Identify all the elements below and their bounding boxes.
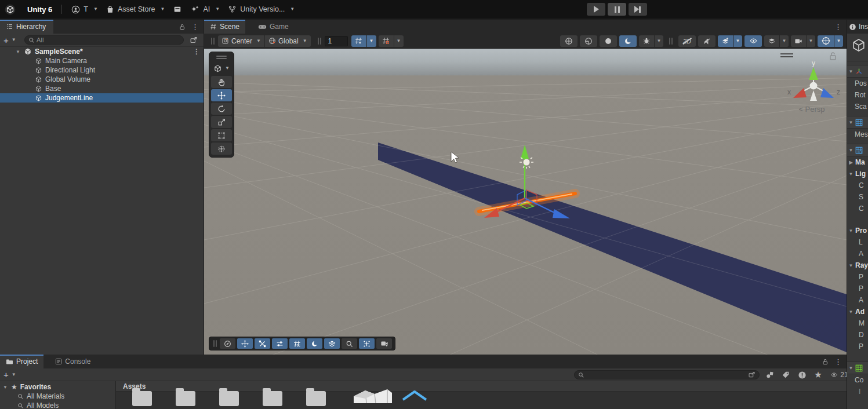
foldout-lighting[interactable]: ▼Lig (847, 168, 868, 180)
asset-store-menu[interactable]: Asset Store▼ (106, 5, 165, 14)
pause-button[interactable] (608, 3, 626, 16)
foldout-probes[interactable]: ▼Pro (847, 225, 868, 236)
axis-x-cone[interactable] (793, 88, 807, 98)
tool-handle-position-dropdown[interactable]: Center▼ (218, 35, 264, 47)
asset-folder[interactable] (306, 391, 326, 406)
view-tool-button[interactable] (211, 76, 232, 88)
toolbar-drag-handle[interactable] (211, 38, 215, 45)
search-by-label-button[interactable] (779, 370, 792, 380)
projection-label[interactable]: < Persp (784, 105, 840, 114)
grid-snapping-toggle[interactable] (351, 35, 366, 47)
panel-menu-icon[interactable]: ⋮ (834, 23, 842, 31)
camera-overlay-button[interactable] (376, 338, 392, 349)
foldout-arrow[interactable]: ▼ (848, 69, 854, 74)
hierarchy-item-base[interactable]: Base (0, 84, 204, 93)
layers-button[interactable] (764, 35, 779, 47)
lighting-toggle[interactable] (600, 35, 617, 47)
hierarchy-item-judgementline[interactable]: JudgementLine (0, 93, 204, 103)
asset-folder[interactable] (176, 391, 195, 406)
favorites-all-materials[interactable]: All Materials (0, 392, 115, 401)
foldout-materials[interactable]: ▶Ma (847, 156, 868, 168)
gizmo-overlay-handle[interactable] (780, 53, 793, 57)
foldout-arrow[interactable]: ▼ (848, 148, 854, 153)
axis-y-cone[interactable] (809, 67, 818, 80)
hierarchy-item-main-camera[interactable]: Main Camera (0, 56, 204, 65)
scene-visibility-toggle[interactable] (744, 35, 762, 47)
tab-hierarchy[interactable]: Hierarchy (0, 20, 53, 34)
draw-mode-button[interactable] (560, 35, 578, 47)
grid-overlay-button[interactable] (289, 338, 305, 349)
hierarchy-item-global-volume[interactable]: Global Volume (0, 75, 204, 84)
picker-button[interactable] (187, 35, 200, 45)
snap-increment-button[interactable] (379, 35, 394, 47)
picker-icon[interactable] (748, 371, 756, 378)
audio-mute-toggle[interactable] (698, 35, 716, 47)
asset-folder[interactable] (219, 391, 239, 406)
tab-console[interactable]: Console (49, 355, 96, 368)
tab-inspector[interactable]: Ins (847, 20, 868, 34)
effects-button[interactable] (639, 35, 654, 47)
mesh-renderer-component-header[interactable]: ▼ (847, 144, 868, 156)
collider-component-header[interactable]: ▼ (847, 361, 868, 374)
move-overlay-button[interactable] (237, 338, 253, 349)
camera-settings-button[interactable] (791, 35, 806, 47)
downloads-tray-button[interactable] (173, 5, 182, 13)
asset-prefab-thumbnail[interactable] (401, 389, 428, 402)
foldout-ray-tracing[interactable]: ▼Ray (847, 260, 868, 271)
light-gizmo-icon[interactable] (520, 158, 533, 169)
lock-icon[interactable] (822, 358, 829, 366)
gizmos-navigation-button[interactable] (818, 35, 834, 47)
hierarchy-item-directional-light[interactable]: Directional Light (0, 65, 204, 75)
toolbar-drag-handle[interactable] (318, 38, 321, 45)
ai-menu[interactable]: AI▼ (190, 5, 220, 14)
panel-menu-icon[interactable]: ⋮ (834, 357, 842, 366)
snap-increment-dropdown[interactable]: ▼ (394, 35, 404, 47)
camera-settings-dropdown[interactable]: ▼ (807, 35, 815, 47)
asset-model-thumbnail[interactable] (353, 388, 393, 403)
particles-overlay-button[interactable] (324, 338, 340, 349)
sliders-overlay-button[interactable] (272, 338, 288, 349)
foldout-arrow[interactable]: ▼ (15, 49, 21, 54)
lock-icon[interactable] (179, 23, 186, 31)
crescent-overlay-button[interactable] (307, 338, 322, 349)
overlay-drag-handle[interactable] (213, 340, 217, 347)
scale-tool-button[interactable] (211, 116, 232, 128)
grid-size-field[interactable] (325, 36, 348, 46)
constraint-overlay-button[interactable] (255, 338, 270, 349)
favorites-all-models[interactable]: All Models (0, 401, 115, 409)
tab-game[interactable]: Game (252, 20, 295, 34)
gizmo-lock-icon[interactable] (830, 53, 836, 60)
panel-menu-icon[interactable]: ⋮ (191, 23, 199, 31)
hierarchy-search-input[interactable] (37, 36, 180, 43)
base-strip-object[interactable] (378, 143, 847, 352)
overlay-drag-handle[interactable] (216, 55, 227, 60)
foldout-additional-settings[interactable]: ▼Ad (847, 306, 868, 317)
create-asset-button[interactable]: +▼ (3, 370, 16, 379)
play-button[interactable] (587, 3, 605, 16)
create-object-button[interactable]: +▼ (3, 35, 16, 45)
effects-dropdown[interactable]: ▼ (655, 35, 663, 47)
orientation-overlay-button[interactable] (220, 338, 235, 349)
gizmos-dropdown[interactable]: ▼ (834, 35, 843, 47)
mesh-filter-component-header[interactable]: ▼ (847, 116, 868, 129)
axis-y-cone[interactable] (521, 145, 529, 159)
layers-dropdown[interactable]: ▼ (780, 35, 789, 47)
step-button[interactable] (629, 3, 647, 16)
asset-folder[interactable] (132, 391, 152, 406)
version-control-menu[interactable]: Unity Versio...▼ (228, 5, 295, 13)
project-search[interactable] (574, 370, 760, 379)
move-tool-button[interactable] (211, 89, 232, 101)
view-orientation-gizmo[interactable]: y x z (787, 59, 840, 101)
gameobject-cube-icon[interactable] (851, 38, 866, 53)
effects-visibility-dropdown[interactable]: ▼ (733, 35, 742, 47)
tool-handle-rotation-dropdown[interactable]: Global▼ (265, 35, 311, 47)
2d-view-toggle[interactable]: 2D (678, 35, 696, 47)
scene-header-row[interactable]: ▼ SampleScene* ⋮ (0, 47, 204, 56)
transform-tool-button[interactable] (211, 143, 232, 155)
shaded-wireframe-button[interactable] (580, 35, 597, 47)
favorite-search-button[interactable]: ★ (812, 370, 825, 380)
transform-component-header[interactable]: ▼ (847, 65, 868, 78)
audio-toggle[interactable] (619, 35, 637, 47)
gizmo-center[interactable] (810, 82, 818, 90)
tab-scene[interactable]: Scene (204, 20, 245, 34)
